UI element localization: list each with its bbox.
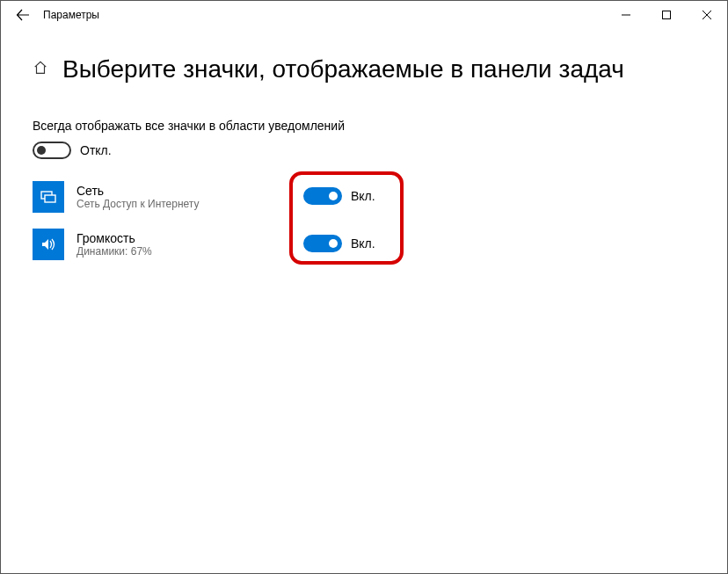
back-button[interactable]: [6, 1, 40, 29]
item-name: Сеть: [76, 184, 200, 198]
item-desc: Динамики: 67%: [76, 245, 152, 258]
home-icon[interactable]: [33, 60, 48, 80]
always-show-toggle[interactable]: [33, 142, 71, 159]
window-controls: [606, 1, 727, 29]
settings-window: Параметры Выберите значки, отображаемые …: [0, 0, 728, 574]
item-desc: Сеть Доступ к Интернету: [76, 198, 200, 210]
volume-toggle-state: Вкл.: [351, 236, 375, 251]
window-title: Параметры: [40, 9, 99, 21]
always-show-label: Всегда отображать все значки в области у…: [33, 119, 695, 133]
item-name: Громкость: [76, 231, 152, 245]
maximize-icon: [662, 11, 671, 19]
content-area: Выберите значки, отображаемые в панели з…: [1, 29, 727, 573]
icon-items-list: Сеть Сеть Доступ к Интернету Вкл. Громко…: [33, 177, 695, 265]
network-toggle-state: Вкл.: [351, 189, 375, 203]
close-button[interactable]: [687, 1, 727, 29]
always-show-row: Откл.: [33, 142, 695, 159]
volume-icon: [33, 229, 64, 260]
page-header: Выберите значки, отображаемые в панели з…: [33, 55, 695, 84]
minimize-icon: [622, 11, 630, 19]
network-toggle[interactable]: [303, 187, 342, 205]
always-show-state: Откл.: [80, 143, 112, 157]
svg-rect-2: [45, 195, 55, 202]
minimize-button[interactable]: [606, 1, 646, 29]
maximize-button[interactable]: [646, 1, 687, 29]
home-icon-svg: [33, 60, 48, 76]
arrow-left-icon: [16, 8, 30, 22]
volume-toggle[interactable]: [303, 235, 342, 252]
titlebar: Параметры: [1, 1, 727, 29]
network-icon: [33, 181, 64, 213]
svg-rect-0: [663, 11, 671, 19]
close-icon: [703, 11, 711, 19]
page-title: Выберите значки, отображаемые в панели з…: [62, 55, 624, 84]
